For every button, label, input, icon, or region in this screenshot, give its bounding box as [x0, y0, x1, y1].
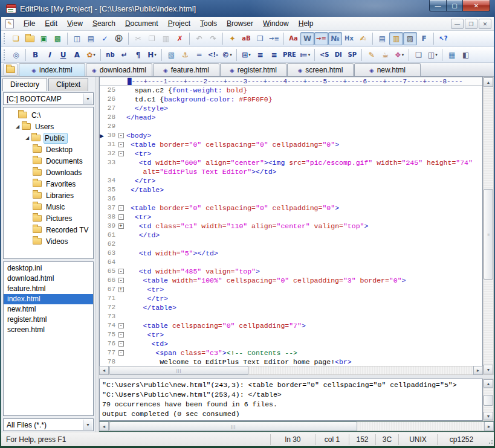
code-line-77[interactable]: 77- <span class="c3"><!-- Contents --> [100, 348, 482, 357]
code-line-63[interactable]: 63 <td width="5"></td> [100, 249, 482, 258]
code-line-67[interactable]: 67+ <tr> [100, 285, 482, 294]
scroll-left-icon[interactable]: ◄ [99, 421, 109, 431]
code-line-38[interactable]: 38- <tr> [100, 213, 482, 222]
close-button[interactable]: ✕ [463, 0, 490, 11]
line-break-button[interactable]: ↵ [117, 48, 131, 62]
span-button[interactable]: SP [345, 48, 359, 62]
code-line-29[interactable]: 29 [100, 122, 482, 131]
directory-window-button[interactable]: ▥ [389, 32, 403, 45]
file-item-feature-html[interactable]: feature.html [4, 284, 93, 294]
chevron-down-icon[interactable]: ▼ [83, 94, 92, 104]
find-button[interactable]: ✦ [225, 32, 239, 45]
menu-help[interactable]: Help [294, 18, 319, 30]
code-line-74[interactable]: 74- <table cellspacing="0" cellpadding="… [100, 321, 482, 330]
code-line-75[interactable]: 75- <tr> [100, 330, 482, 339]
tree-item-desktop[interactable]: Desktop [4, 144, 93, 155]
scrollbar-thumb[interactable]: ≡ [484, 189, 493, 280]
css-style-button[interactable]: ☕ [378, 48, 392, 62]
color-palette-button[interactable]: ✿▾ [84, 48, 98, 62]
save-button[interactable]: ▣ [37, 32, 51, 45]
tree-item-pictures[interactable]: Pictures [4, 213, 93, 224]
drive-selector[interactable]: [C:] BOOTCAMP ▼ [3, 92, 94, 105]
tab-screen.html[interactable]: ◈screen.html [287, 63, 354, 76]
go-to-line-button[interactable]: →≡ [267, 32, 281, 45]
editor[interactable]: █---+----1----+----2----+----3----+----4… [99, 77, 483, 375]
fold-collapse-icon[interactable]: - [118, 205, 124, 211]
tab-feature.html[interactable]: ◈feature.html [153, 63, 219, 76]
align-center-button[interactable]: ≡ [267, 48, 281, 62]
tree-item-public[interactable]: ◢Public [4, 132, 93, 144]
menu-edit[interactable]: Edit [40, 18, 62, 30]
sidebar-tab-cliptext[interactable]: Cliptext [48, 78, 88, 91]
align-left-button[interactable]: ≡ [253, 48, 267, 62]
document-properties-button[interactable]: ✍ [356, 32, 370, 45]
code-line-66[interactable]: 66- <table width="100%" cellspacing="0" … [100, 276, 482, 285]
tree-expand-icon[interactable]: ◢ [23, 135, 31, 141]
maximize-button[interactable]: ▢ [447, 0, 463, 11]
panel-layout-button[interactable]: ◧ [459, 48, 473, 62]
output-line[interactable]: Output completed (0 sec consumed) [102, 409, 480, 419]
spell-check-button[interactable]: ✓ [98, 32, 112, 45]
fold-collapse-icon[interactable]: - [118, 142, 124, 147]
open-file-button[interactable] [23, 32, 37, 45]
new-file-button[interactable]: ❏ [9, 32, 23, 45]
code-line-34[interactable]: 34 </tr> [100, 176, 482, 185]
syntax-settings-button[interactable]: ▦ [445, 48, 459, 62]
file-item-download-html[interactable]: download.html [4, 274, 93, 284]
code-line-64[interactable]: 64 [100, 258, 482, 267]
new-window-button[interactable]: ❏ [412, 48, 425, 62]
code-line-39[interactable]: 39+ <td class="c1" width="110" align="ce… [100, 222, 482, 231]
scroll-down-icon[interactable]: ▼ [484, 412, 493, 420]
mdi-close-button[interactable]: ✕ [479, 19, 491, 29]
resize-grip[interactable] [485, 434, 494, 445]
code-line-27[interactable]: 27 </style> [100, 104, 482, 113]
menu-document[interactable]: Document [120, 18, 163, 30]
menu-file[interactable]: File [19, 18, 40, 30]
file-item-screen-html[interactable]: screen.html [4, 325, 93, 335]
print-preview-button[interactable]: ◫ [70, 32, 84, 45]
code-line-65[interactable]: 65- <td width="485" valign="top"> [100, 267, 482, 276]
file-item-desktop-ini[interactable]: desktop.ini [4, 263, 93, 274]
fold-expand-icon[interactable]: + [118, 223, 124, 229]
code-line-71[interactable]: 71 </tr> [100, 294, 482, 303]
scrollbar-thumb[interactable]: ||| [109, 366, 248, 375]
menu-tools[interactable]: Tools [195, 18, 222, 30]
list-button[interactable]: ≔▾ [298, 48, 312, 62]
file-filter-select[interactable]: All Files (*.*) ▼ [3, 418, 94, 431]
special-character-button[interactable]: ©▾ [220, 48, 234, 62]
paragraph-button[interactable]: ¶ [131, 48, 145, 62]
code-line-73[interactable]: 73 [100, 312, 482, 321]
change-case-button[interactable]: Aa [286, 32, 300, 45]
font-button[interactable]: A [70, 48, 84, 62]
browser-preview-button[interactable]: ◎ [9, 48, 23, 62]
find-in-files-button[interactable]: ❒ [253, 32, 267, 45]
output-line[interactable]: "C:\Users\Public\new.html"(253,4): </tab… [102, 390, 480, 400]
hex-viewer-button[interactable]: Hx [342, 32, 356, 45]
fold-collapse-icon[interactable]: - [118, 151, 124, 156]
split-window-button[interactable]: ◫▾ [425, 48, 439, 62]
edit-tag-button[interactable]: ✎ [364, 48, 378, 62]
code-line-35[interactable]: 35 </table> [100, 185, 482, 194]
code-line-37[interactable]: 37- <table border="0" cellspacing="0" ce… [100, 203, 482, 213]
minimize-button[interactable]: — [429, 0, 447, 11]
toolbar-gripper[interactable] [4, 33, 7, 44]
scroll-left-icon[interactable]: ◄ [99, 366, 109, 375]
fold-collapse-icon[interactable]: - [118, 278, 124, 283]
code-line-28[interactable]: 28</head> [100, 113, 482, 122]
code-line-26[interactable]: 26 td.c1 {background-color: #F0F0F0} [100, 95, 482, 104]
tab-index.html[interactable]: ◈index.html [19, 63, 85, 76]
tree-item-music[interactable]: Music [4, 201, 93, 213]
table-button[interactable]: ⊞▾ [239, 48, 253, 62]
line-numbers-button[interactable]: № [328, 32, 342, 45]
word-wrap-button[interactable]: W [300, 32, 314, 45]
save-all-button[interactable]: ▩ [51, 32, 65, 45]
image-button[interactable]: ▧ [164, 48, 178, 62]
code-line-61[interactable]: 61 </td> [100, 231, 482, 240]
tree-item-favorites[interactable]: Favorites [4, 178, 93, 190]
menu-search[interactable]: Search [88, 18, 120, 30]
fold-collapse-icon[interactable]: - [118, 133, 124, 138]
fold-collapse-icon[interactable]: - [118, 269, 124, 274]
mdi-restore-button[interactable]: ❐ [465, 19, 477, 29]
fold-collapse-icon[interactable]: - [118, 332, 124, 338]
scroll-up-icon[interactable]: ▲ [484, 77, 493, 87]
